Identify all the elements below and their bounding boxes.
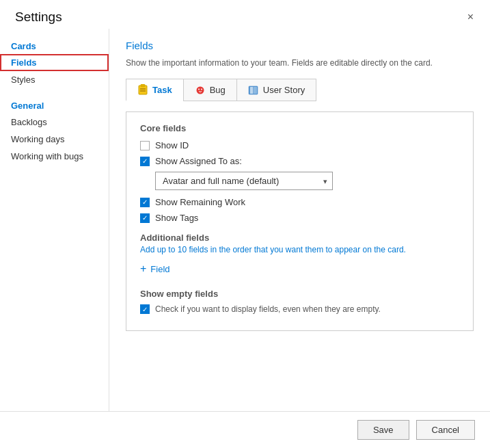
sidebar-item-backlogs[interactable]: Backlogs xyxy=(0,114,109,131)
dialog-header: Settings × xyxy=(0,0,490,29)
cancel-button[interactable]: Cancel xyxy=(416,420,475,440)
show-remaining-work-label: Show Remaining Work xyxy=(155,197,245,207)
sidebar: Cards Fields Styles General Backlogs Wor… xyxy=(0,29,109,411)
show-empty-section: Show empty fields ✓ Check if you want to… xyxy=(140,289,459,314)
show-empty-title: Show empty fields xyxy=(140,289,459,299)
plus-icon: + xyxy=(140,263,146,275)
bug-icon xyxy=(195,85,206,96)
show-id-label: Show ID xyxy=(155,140,189,150)
show-tags-checkbox[interactable]: ✓ xyxy=(140,213,150,223)
sidebar-item-styles[interactable]: Styles xyxy=(0,71,109,88)
svg-point-4 xyxy=(196,86,204,94)
sidebar-item-working-with-bugs[interactable]: Working with bugs xyxy=(0,148,109,165)
core-fields-title: Core fields xyxy=(140,123,459,133)
show-id-checkbox[interactable] xyxy=(140,141,150,150)
add-field-label: Field xyxy=(150,264,169,274)
assigned-to-dropdown[interactable]: Avatar and full name (default) Avatar on… xyxy=(155,172,333,190)
add-field-button[interactable]: + Field xyxy=(140,261,170,276)
show-empty-checkbox[interactable]: ✓ xyxy=(140,304,150,314)
user-story-icon xyxy=(248,85,259,96)
close-button[interactable]: × xyxy=(463,10,478,24)
show-empty-row: ✓ Check if you want to display fields, e… xyxy=(140,304,459,314)
tab-task[interactable]: Task xyxy=(126,79,183,101)
sidebar-section-general: General xyxy=(0,95,109,114)
tabs-bar: Task Bug xyxy=(126,79,474,101)
tab-bug-label: Bug xyxy=(210,85,226,95)
show-assigned-checkbox[interactable]: ✓ xyxy=(140,157,150,166)
tab-task-label: Task xyxy=(152,85,172,95)
sidebar-section-cards: Cards xyxy=(0,36,109,54)
svg-rect-9 xyxy=(254,87,257,94)
assigned-to-dropdown-wrapper: Avatar and full name (default) Avatar on… xyxy=(155,172,333,190)
dialog-footer: Save Cancel xyxy=(0,411,490,448)
section-desc: Show the important information to your t… xyxy=(126,57,474,69)
assigned-to-dropdown-row: Avatar and full name (default) Avatar on… xyxy=(155,172,459,190)
field-row-remaining-work: ✓ Show Remaining Work xyxy=(140,197,459,207)
additional-fields-section: Additional fields Add up to 10 fields in… xyxy=(140,233,459,276)
additional-fields-desc: Add up to 10 fields in the order that yo… xyxy=(140,245,459,254)
additional-fields-title: Additional fields xyxy=(140,233,459,243)
show-empty-desc: Check if you want to display fields, eve… xyxy=(155,304,381,314)
show-assigned-label: Show Assigned To as: xyxy=(155,156,242,166)
save-button[interactable]: Save xyxy=(357,420,409,440)
section-title: Fields xyxy=(126,40,474,51)
sidebar-item-fields[interactable]: Fields xyxy=(0,54,109,71)
tab-bug[interactable]: Bug xyxy=(183,79,236,101)
show-tags-label: Show Tags xyxy=(155,213,198,223)
tab-user-story[interactable]: User Story xyxy=(236,79,316,101)
svg-point-5 xyxy=(198,88,200,90)
fields-panel: Core fields Show ID ✓ Show Assigned To a… xyxy=(126,111,474,331)
field-row-assigned-to: ✓ Show Assigned To as: xyxy=(140,156,459,166)
show-remaining-work-checkbox[interactable]: ✓ xyxy=(140,198,150,207)
sidebar-item-working-days[interactable]: Working days xyxy=(0,131,109,148)
dialog-body: Cards Fields Styles General Backlogs Wor… xyxy=(0,29,490,411)
dialog-title: Settings xyxy=(15,10,62,25)
main-content: Fields Show the important information to… xyxy=(109,29,490,411)
field-row-show-tags: ✓ Show Tags xyxy=(140,213,459,223)
settings-dialog: Settings × Cards Fields Styles General B… xyxy=(0,0,490,448)
field-row-show-id: Show ID xyxy=(140,140,459,150)
svg-rect-1 xyxy=(141,84,145,87)
task-icon xyxy=(137,84,148,95)
svg-point-6 xyxy=(201,88,202,90)
tab-user-story-label: User Story xyxy=(263,85,305,95)
